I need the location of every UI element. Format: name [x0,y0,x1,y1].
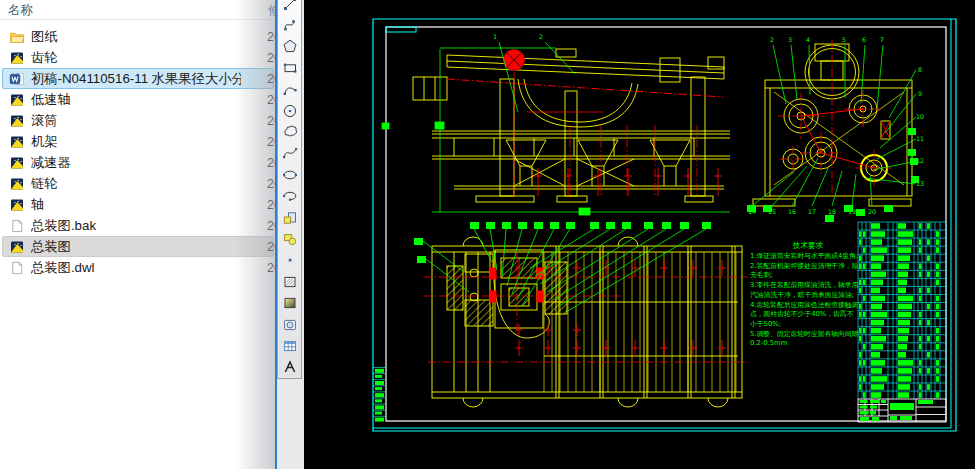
title-block [858,399,946,422]
draw-tool-gradient-button[interactable] [279,292,301,313]
balloon-marker [470,222,479,229]
assembly-drawing: 12 [304,0,975,469]
revision-cloud-icon [282,124,298,140]
balloon-marker [590,222,599,229]
spline-icon [282,145,298,161]
file-name: 总装图.bak [31,217,96,235]
callout-label: 4 [806,36,810,43]
draw-tool-point-button[interactable] [279,250,301,271]
dwg-file-icon [9,176,25,192]
balloon-marker [662,222,671,229]
balloon-marker [566,222,575,229]
tech-requirements-line: 3.零件在装配前用煤油清洗，轴承用 [750,281,858,289]
balloon-marker [622,222,631,229]
file-name: 低速轴 [31,91,71,109]
file-row[interactable]: 初稿-N04110516-11 水果果径大小分选机20 [2,68,274,89]
draw-tool-table-button[interactable] [279,335,301,356]
rectangle-icon [282,60,298,76]
balloon-marker [502,222,511,229]
file-row[interactable]: 图纸20 [2,26,274,47]
line-icon [282,0,298,12]
tech-requirements-line: 4.齿轮装配后应用涂色法检查接触斑 [750,301,859,309]
draw-tool-rectangle-button[interactable] [279,57,301,78]
file-row[interactable]: 链轮20 [2,173,274,194]
dwg-file-icon [9,239,25,255]
balloon-marker [910,158,918,165]
table-icon [282,338,298,354]
cad-drawing-area[interactable]: 12 [304,0,975,469]
file-row[interactable]: 低速轴20 [2,89,274,110]
dwg-file-icon [9,92,25,108]
tech-requirements-line: 5.调整、固定齿轮时应留有轴向间隙 [750,330,859,338]
ellipse-arc-icon [282,188,298,204]
tech-requirements-line: 2.装配前机架焊接处应清理干净，除 [750,262,859,270]
callout-label: 11 [916,135,924,142]
bom-table [858,222,946,399]
draw-tool-hatch-button[interactable] [279,271,301,292]
tech-requirements-line: 去毛刺; [750,271,773,279]
dwg-file-icon [9,113,25,129]
dwg-file-icon [9,197,25,213]
draw-tool-polyline-button[interactable] [279,14,301,35]
file-row[interactable]: 减速器20 [2,152,274,173]
callout-label: 10 [916,113,924,120]
make-block-icon [282,231,298,247]
draw-tool-polygon-button[interactable] [279,36,301,57]
draw-tool-revision-cloud-button[interactable] [279,121,301,142]
ellipse-icon [282,167,298,183]
draw-toolbar [277,0,302,379]
draw-tool-region-button[interactable] [279,314,301,335]
arc-icon [282,81,298,97]
dwg-file-icon [9,134,25,150]
file-row[interactable]: 总装图.dwl20 [2,257,274,278]
draw-tool-insert-block-button[interactable] [279,207,301,228]
balloon-marker [763,205,772,212]
dwg-file-icon [9,50,25,66]
file-row[interactable]: 总装图.bak20 [2,215,274,236]
gear-end-view: 234567891011121314151617181920 [747,36,924,222]
file-row[interactable]: 齿轮20 [2,47,274,68]
callout-label: 16 [788,208,796,215]
dwg-file-icon [9,155,25,171]
file-name: 总装图.dwl [31,259,95,277]
multiline-text-icon [282,359,298,375]
edge-strip-table [373,368,386,422]
file-name: 机架 [31,133,58,151]
balloon-marker [486,222,495,229]
gradient-icon [282,295,298,311]
draw-tool-ellipse-arc-button[interactable] [279,186,301,207]
callout-label: 17 [808,208,816,215]
draw-tool-make-block-button[interactable] [279,228,301,249]
file-row[interactable]: 总装图20 [2,236,274,257]
balloon-marker [534,222,543,229]
draw-tool-line-button[interactable] [279,0,301,14]
draw-tool-arc-button[interactable] [279,79,301,100]
draw-tool-circle-button[interactable] [279,100,301,121]
callout-label: 9 [918,90,922,97]
callout-label: 18 [828,208,836,215]
point-icon [282,252,298,268]
column-header-name[interactable]: 名称 [8,2,33,19]
toolbar-panel [277,0,304,469]
balloon-marker [911,176,919,183]
file-row[interactable]: 滚筒20 [2,110,274,131]
tech-requirements-line: 点，圆柱齿轮不少于40%，齿高不 [750,310,854,318]
callout-label: 8 [918,66,922,73]
tech-requirements-title: 技术要求 [792,241,824,250]
balloon-marker [884,205,893,212]
draw-tool-ellipse-button[interactable] [279,164,301,185]
file-name: 减速器 [31,154,71,172]
balloon-marker [908,128,916,135]
file-explorer-panel: 名称 修改日期 图纸20齿轮20初稿-N04110516-11 水果果径大小分选… [0,0,277,469]
callout-label: 20 [868,208,876,215]
draw-tool-multiline-text-button[interactable] [279,357,301,378]
file-row[interactable]: 轴20 [2,194,274,215]
balloon-marker [417,256,426,263]
balloon-marker [825,215,834,222]
file-row[interactable]: 机架20 [2,131,274,152]
elevation-view: 12 [382,33,730,215]
callout-label: 7 [880,36,884,43]
file-name: 总装图 [31,238,71,256]
draw-tool-spline-button[interactable] [279,143,301,164]
tech-requirements-line: 汽油清洗干净，晾干后表面应涂油; [750,291,854,299]
